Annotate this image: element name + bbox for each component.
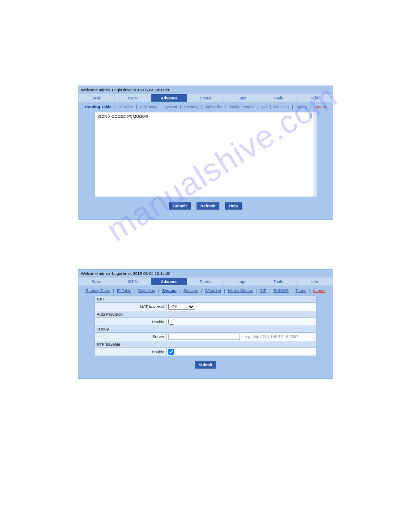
- label-tr069-server: Server: [95, 333, 167, 341]
- submit-button[interactable]: Submit: [195, 361, 217, 369]
- tr069-server-input[interactable]: [168, 334, 240, 340]
- refresh-button[interactable]: Refresh: [197, 202, 220, 210]
- login-time: 2015-06-04 10:14:20: [133, 271, 171, 276]
- subnav-system[interactable]: System: [163, 105, 177, 109]
- subnav-tones[interactable]: Tones: [295, 288, 306, 293]
- subnav-sip[interactable]: SIP: [260, 288, 267, 293]
- subnav-logout[interactable]: Logout: [314, 105, 326, 109]
- login-label: Login time:: [112, 88, 133, 92]
- button-row: Submit Refresh Help: [94, 197, 317, 211]
- sub-nav: Routing Table | IP Table | Digit Map | S…: [78, 286, 333, 296]
- tab-logs[interactable]: Logs: [224, 278, 260, 285]
- tab-status[interactable]: Status: [188, 94, 224, 102]
- subnav-media-stream[interactable]: Media Stream: [229, 105, 254, 109]
- subnav-tones[interactable]: Tones: [296, 105, 307, 109]
- sub-nav: Routing Table | IP Table | Digit Map | S…: [78, 102, 333, 112]
- label-auto-provision-enable: Enable: [95, 318, 167, 326]
- main-tabs: Basic ISDN Advance Status Logs Tools Inf…: [78, 277, 333, 286]
- tab-basic[interactable]: Basic: [78, 94, 115, 102]
- subnav-radius[interactable]: RADIUS: [274, 288, 289, 293]
- auto-provision-enable-checkbox[interactable]: [168, 319, 174, 325]
- subnav-security[interactable]: Security: [184, 288, 198, 293]
- main-tabs: Basic ISDN Advance Status Logs Tools Inf…: [78, 94, 333, 102]
- subnav-ip-table[interactable]: IP Table: [118, 105, 133, 109]
- help-button[interactable]: Help: [225, 202, 242, 210]
- submit-button[interactable]: Submit: [169, 202, 191, 210]
- tab-info[interactable]: Info: [297, 278, 333, 285]
- subnav-sip[interactable]: SIP: [261, 105, 267, 109]
- rtp-traverse-enable-checkbox[interactable]: [168, 349, 174, 355]
- tr069-server-hint: e.g. http://211.148.35.16:7547: [245, 335, 299, 339]
- welcome-prefix: Welcome: [81, 88, 99, 92]
- label-nat-traversal: NAT traversal: [95, 303, 167, 311]
- section-auto-provision: Auto Provision: [95, 311, 317, 318]
- routing-table-textarea[interactable]: ISDN x CODEC PCMU/20/0 ⋰: [94, 112, 317, 197]
- section-tr069: TR069: [95, 326, 317, 333]
- subnav-routing-table[interactable]: Routing Table: [85, 105, 111, 109]
- system-form-table: NAT NAT traversal Off Auto Provision Ena…: [94, 296, 317, 356]
- tab-advance[interactable]: Advance: [151, 94, 188, 102]
- tab-isdn[interactable]: ISDN: [115, 94, 151, 102]
- nat-traversal-select[interactable]: Off: [168, 304, 195, 310]
- tab-info[interactable]: Info: [297, 94, 333, 102]
- tab-basic[interactable]: Basic: [78, 278, 115, 285]
- panel-system: Welcome admin Login time: 2015-06-04 10:…: [78, 269, 333, 379]
- subnav-media-stream[interactable]: Media Stream: [228, 288, 253, 293]
- scrollbar-thumb[interactable]: [310, 113, 312, 118]
- subnav-logout[interactable]: Logout: [313, 288, 325, 293]
- subnav-ip-table[interactable]: IP Table: [117, 288, 131, 293]
- tab-status[interactable]: Status: [188, 278, 224, 285]
- tab-logs[interactable]: Logs: [224, 94, 260, 102]
- subnav-radius[interactable]: RADIUS: [274, 105, 289, 109]
- tab-tools[interactable]: Tools: [260, 278, 296, 285]
- tab-isdn[interactable]: ISDN: [115, 278, 151, 285]
- section-rtp-traverse: RTP traverse: [95, 341, 317, 348]
- subnav-routing-table[interactable]: Routing Table: [86, 288, 110, 293]
- subnav-system[interactable]: System: [162, 288, 176, 293]
- welcome-prefix: Welcome: [81, 271, 99, 276]
- subnav-white-list[interactable]: White list: [205, 288, 222, 293]
- subnav-digit-map[interactable]: Digit Map: [140, 105, 157, 109]
- panel-routing-table: Welcome admin Login time: 2015-06-04 10:…: [78, 86, 333, 220]
- section-nat: NAT: [95, 296, 317, 303]
- tab-tools[interactable]: Tools: [260, 94, 296, 102]
- welcome-user: admin: [99, 88, 110, 92]
- textarea-content: ISDN x CODEC PCMU/20/0: [98, 114, 148, 119]
- header-line: Welcome admin Login time: 2015-06-04 10:…: [78, 86, 333, 94]
- login-label: Login time:: [112, 271, 133, 276]
- subnav-white-list[interactable]: White list: [206, 105, 222, 109]
- resize-handle-icon[interactable]: ⋰: [313, 193, 317, 197]
- label-rtp-traverse-enable: Enable: [95, 348, 167, 356]
- subnav-digit-map[interactable]: Digit Map: [138, 288, 155, 293]
- welcome-user: admin: [99, 271, 110, 276]
- header-line: Welcome admin Login time: 2015-06-04 10:…: [78, 270, 333, 277]
- tab-advance[interactable]: Advance: [151, 278, 188, 285]
- login-time: 2015-06-04 10:14:20: [133, 88, 171, 92]
- button-row: Submit: [94, 356, 317, 370]
- subnav-security[interactable]: Security: [184, 105, 199, 109]
